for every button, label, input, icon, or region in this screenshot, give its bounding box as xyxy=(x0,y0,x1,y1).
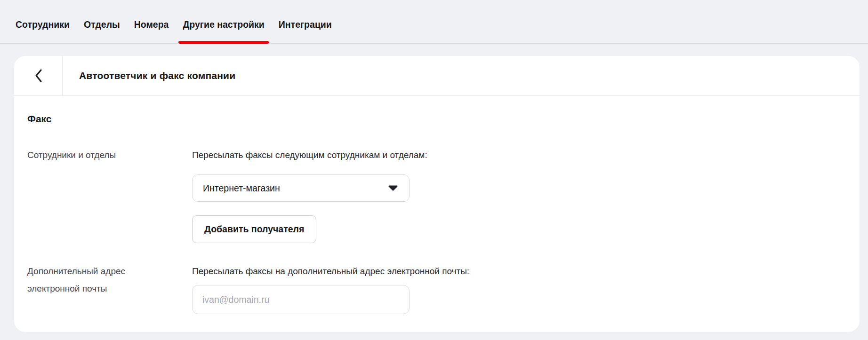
row-content: Пересылать факсы на дополнительный адрес… xyxy=(192,266,841,314)
row-label: Сотрудники и отделы xyxy=(27,146,159,243)
card-header: Автоответчик и факс компании xyxy=(14,56,860,96)
tab-other-settings[interactable]: Другие настройки xyxy=(183,0,264,43)
row-description: Пересылать факсы на дополнительный адрес… xyxy=(192,266,841,277)
settings-row-recipients: Сотрудники и отделы Пересылать факсы сле… xyxy=(27,150,841,243)
tab-integrations[interactable]: Интеграции xyxy=(279,0,332,43)
recipients-select-value: Интернет-магазин xyxy=(203,183,280,194)
page-title: Автоответчик и факс компании xyxy=(63,56,235,95)
chevron-left-icon xyxy=(34,69,42,83)
settings-row-additional-email: Дополнительный адрес электронной почты П… xyxy=(27,266,841,314)
card-body: Факс Сотрудники и отделы Пересылать факс… xyxy=(14,96,860,314)
row-description: Пересылать факсы следующим сотрудникам и… xyxy=(192,150,841,160)
fax-settings-card: Автоответчик и факс компании Факс Сотруд… xyxy=(14,56,860,332)
row-content: Пересылать факсы следующим сотрудникам и… xyxy=(192,150,841,243)
add-recipient-button[interactable]: Добавить получателя xyxy=(192,215,316,243)
caret-down-icon xyxy=(388,185,398,191)
tab-numbers[interactable]: Номера xyxy=(134,0,169,43)
tab-employees[interactable]: Сотрудники xyxy=(16,0,70,43)
additional-email-input[interactable] xyxy=(192,285,410,314)
recipients-select[interactable]: Интернет-магазин xyxy=(192,174,410,202)
row-label: Дополнительный адрес электронной почты xyxy=(27,262,159,314)
tab-departments[interactable]: Отделы xyxy=(84,0,120,43)
fax-section-title: Факс xyxy=(27,113,841,125)
back-button[interactable] xyxy=(14,56,63,95)
settings-tabs: Сотрудники Отделы Номера Другие настройк… xyxy=(0,0,868,44)
